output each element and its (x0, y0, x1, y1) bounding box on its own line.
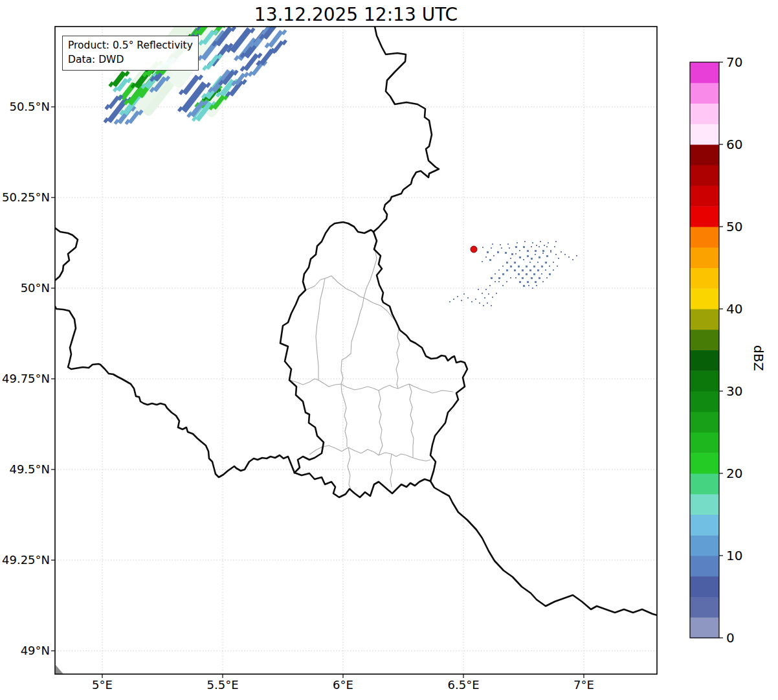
speckle-dot (514, 262, 516, 264)
speckle-dot (535, 281, 537, 283)
y-tick-label: 49°N (0, 644, 50, 658)
colorbar-tick-label: 60 (726, 137, 765, 152)
graticule (55, 27, 657, 674)
speckle-dot (491, 247, 492, 249)
colorbar-segment (690, 617, 719, 638)
colorbar-segment (690, 247, 719, 268)
country-border-line (55, 306, 295, 477)
speckle-dot (495, 273, 496, 275)
admin-borders (289, 245, 453, 490)
speckle-dot (489, 285, 491, 286)
speckle-dot (523, 246, 525, 248)
figure-title: 13.12.2025 12:13 UTC (55, 4, 657, 26)
speckle-dot (502, 285, 504, 286)
admin-border-line (316, 278, 325, 380)
speckle-dot (518, 265, 520, 267)
admin-border-line (309, 446, 430, 461)
colorbar-unit-label: dBZ (751, 335, 766, 381)
speckle-dot (478, 289, 479, 290)
speckle-dot (536, 245, 537, 246)
colorbar-segment (690, 370, 719, 391)
speckle-dot (529, 262, 531, 263)
colorbar-segment (690, 227, 719, 247)
product-info-line1: Product: 0.5° Reflectivity (68, 38, 193, 52)
product-info-line2: Data: DWD (68, 52, 193, 67)
colorbar-segment (690, 515, 719, 536)
speckle-dot (561, 251, 562, 253)
speckle-dot (526, 265, 528, 267)
speckle-dot (500, 244, 501, 245)
speckle-dot (557, 265, 558, 267)
speckle-dot (531, 277, 533, 279)
y-tick-label: 50.25°N (0, 190, 50, 205)
speckle-dot (527, 255, 529, 257)
x-tick-label: 5°E (73, 678, 131, 692)
speckle-dot (482, 293, 483, 294)
speckle-dot (535, 254, 536, 255)
colorbar-segment (690, 144, 719, 165)
colorbar-segment (690, 83, 719, 104)
speckle-dot (531, 246, 532, 247)
speckle-dot (550, 251, 551, 253)
speckle-dot (467, 297, 469, 299)
country-border-line (373, 27, 439, 232)
speckle-dot (555, 241, 557, 242)
speckle-dot (540, 241, 541, 242)
x-tick-label: 7°E (555, 678, 613, 692)
admin-border-line (364, 245, 377, 298)
speckle-dot (517, 242, 518, 243)
speckle-dot (545, 262, 547, 264)
colorbar-segment (690, 535, 719, 556)
admin-border-line (341, 384, 347, 447)
colorbar-segment (690, 350, 719, 371)
speckle-dot (519, 250, 520, 251)
axis-ticks (51, 107, 584, 678)
speckle-dot (493, 255, 495, 256)
speckle-dot (489, 259, 491, 261)
colorbar-tick-label: 20 (726, 466, 765, 481)
colorbar-tick-label: 0 (726, 630, 765, 646)
map-content (55, 12, 657, 674)
speckle-dot (510, 277, 511, 278)
speckle-dot (541, 265, 543, 267)
speckle-dot (515, 277, 517, 278)
speckle-dot (545, 269, 546, 271)
speckle-dot (495, 281, 496, 282)
speckle-dot (519, 256, 521, 258)
speckle-dot (568, 256, 570, 258)
colorbar-segment (690, 576, 719, 597)
speckle-dot (527, 250, 529, 252)
speckle-dot (532, 242, 533, 243)
speckle-dot (553, 262, 554, 263)
colorbar-segment (690, 288, 719, 309)
x-tick-label: 5.5°E (194, 678, 252, 692)
speckle-dot (485, 289, 487, 290)
speckle-dot (546, 246, 548, 247)
speckle-dot (461, 300, 462, 301)
colorbar-segment (690, 473, 719, 494)
speckle-dot (485, 256, 487, 258)
speckle-dot (558, 258, 559, 259)
admin-border-line (348, 447, 351, 490)
colorbar-segment (690, 494, 719, 515)
speckle-dot (553, 269, 554, 271)
speckle-dot (515, 246, 517, 248)
speckle-dot (533, 265, 535, 267)
y-tick-label: 49.25°N (0, 553, 50, 567)
speckle-dot (479, 302, 480, 304)
colorbar-segment (690, 268, 719, 289)
colorbar-tick-label: 30 (726, 383, 765, 399)
corner-terrain-patch (56, 665, 63, 674)
colorbar-segment (690, 433, 719, 453)
speckle-dot (536, 285, 537, 286)
country-borders (55, 27, 657, 615)
speckle-dot (546, 277, 548, 278)
speckle-dot (544, 245, 545, 246)
speckle-dot (502, 265, 504, 267)
speckle-dot (449, 301, 450, 302)
admin-border-line (289, 379, 453, 393)
speckle-dot (514, 269, 516, 271)
speckle-dot (554, 246, 555, 247)
speckle-dot (532, 288, 533, 289)
speckle-dot (491, 305, 492, 306)
